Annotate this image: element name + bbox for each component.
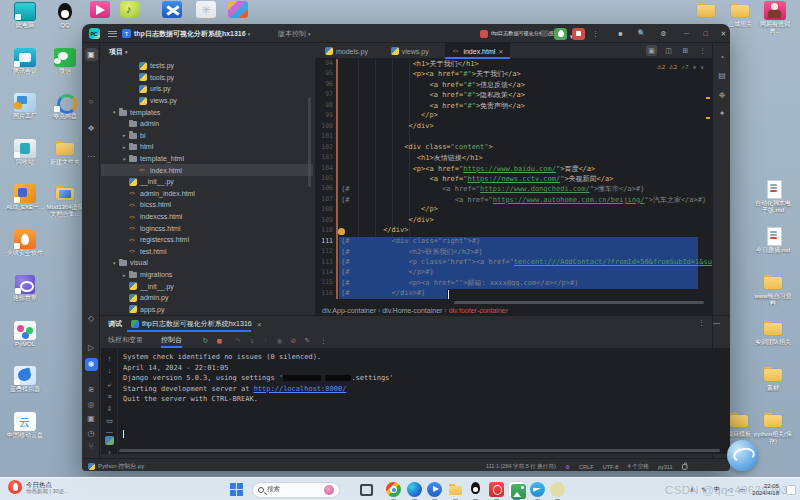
tree-row-admin[interactable]: admin <box>101 118 313 130</box>
user-icon[interactable]: ☻ <box>615 28 626 39</box>
inspection-widget[interactable]: ⚠2⚠2✓7∧∨ <box>657 64 704 70</box>
layout-grid-icon[interactable]: ⊞ <box>680 45 691 56</box>
git-icon[interactable]: ⑂ <box>85 440 98 453</box>
plugins-icon[interactable]: ✦ <box>716 107 729 120</box>
close-button[interactable]: ✕ <box>718 28 729 39</box>
breadcrumb-item[interactable]: div.Home-container <box>382 307 442 314</box>
floating-assistant-ball[interactable] <box>727 440 758 471</box>
desktop-icon-蓝叠模拟器[interactable]: 蓝叠模拟器 <box>6 366 44 393</box>
desktop-icon-python相关(保存)[interactable]: python相关(保存) <box>753 411 793 444</box>
desktop-icon-实训团队相关[interactable]: 实训团队相关 <box>753 319 793 346</box>
ai-assistant-icon[interactable]: ❉ <box>716 89 729 102</box>
step-over-icon[interactable]: ↷ <box>233 336 242 345</box>
interpreter[interactable]: py311 <box>658 463 673 469</box>
colorpic-icon[interactable]: ▦ <box>105 436 114 445</box>
desktop-icon-中国移动云盘[interactable]: 中国移动云盘 <box>6 412 44 439</box>
bookmarks-icon[interactable]: ◇ <box>85 312 98 325</box>
stop-icon[interactable]: ◼ <box>215 336 224 345</box>
tree-row-tools.py[interactable]: tools.py <box>101 72 313 84</box>
next-icon[interactable]: ∨ <box>700 64 704 70</box>
desktop-icon-AU3_EXE一...[interactable]: AU3_EXE一... <box>6 184 44 211</box>
structure-icon[interactable]: ❖ <box>85 122 98 135</box>
breadcrumb-item[interactable]: div.footer-container <box>449 307 508 314</box>
tree-row-index.html[interactable]: <>index.html <box>101 164 313 176</box>
editor-more-icon[interactable]: ⋮ <box>697 45 708 56</box>
view-breakpoints-icon[interactable]: ◉ <box>275 336 284 345</box>
lock-icon[interactable] <box>682 463 688 469</box>
project-folder-icon[interactable]: ▣ <box>85 48 98 61</box>
desktop-icon-回收站[interactable]: 回收站 <box>6 139 44 166</box>
desktop-icon-迷你世界[interactable]: 迷你世界 <box>6 275 44 302</box>
pycharm-logo[interactable] <box>89 28 100 39</box>
search-box[interactable]: 搜索 <box>252 482 340 498</box>
main-menu-button[interactable] <box>107 24 117 43</box>
scroll-end-icon[interactable]: ≡ <box>104 392 115 402</box>
vcs-selector[interactable]: 版本控制▾ <box>278 24 311 43</box>
desktop-icon-www晚自习资料[interactable]: www晚自习资料 <box>753 273 793 306</box>
editor-hscrollbar[interactable] <box>454 301 704 304</box>
desktop-icon-新建文件夹[interactable]: 新建文件夹 <box>46 139 84 166</box>
desktop-icon-top[interactable] <box>160 1 184 18</box>
tree-row-urls.py[interactable]: urls.py <box>101 83 313 95</box>
desktop-icon-此电脑[interactable]: 此电脑 <box>6 2 44 29</box>
more-actions-icon[interactable]: ⋮ <box>590 28 601 39</box>
profiler-icon[interactable]: ◷ <box>85 427 98 440</box>
scroll-up-icon[interactable]: ↑ <box>104 354 115 364</box>
tab-models.py[interactable]: models.py <box>318 43 375 59</box>
notifications-bell-icon[interactable]: ◔ <box>716 51 729 64</box>
taskbar-app-pycharm-green[interactable] <box>509 482 524 497</box>
taskbar-app-qq[interactable] <box>468 482 483 497</box>
debug-icon-active[interactable]: ❋ <box>85 358 98 371</box>
caret-position[interactable]: 111:1 (284 字符,5 行 换行符) <box>486 462 556 470</box>
desktop-icon-今日题摘.md[interactable]: 今日题摘.md <box>753 227 793 254</box>
news-widget[interactable]: 今日热点动画新闻 | 30还... <box>8 480 69 494</box>
scroll-down-icon[interactable]: ↓ <box>104 366 115 376</box>
task-view-button[interactable] <box>360 484 373 496</box>
indent-style[interactable]: 4 个空格 <box>628 462 649 470</box>
console-more-icon[interactable]: ⋮ <box>319 336 328 345</box>
desktop-icon-夸克网盘[interactable]: 夸克网盘 <box>46 93 84 120</box>
desktop-icon-腾讯会议[interactable]: 腾讯会议 <box>6 48 44 75</box>
tab-close-icon[interactable]: ✕ <box>257 321 262 328</box>
desktop-icon-PyMOL[interactable]: PyMOL <box>6 321 44 348</box>
settings-gear-icon[interactable]: ⚙ <box>565 463 570 469</box>
terminal-icon[interactable]: ▣ <box>85 412 98 425</box>
tree-row-views.py[interactable]: views.py <box>101 95 313 107</box>
desktop-icon-火绒安全软件[interactable]: 火绒安全软件 <box>6 230 44 257</box>
taskbar-app-media-player[interactable] <box>427 482 442 497</box>
taskbar-app-yellow-app[interactable] <box>550 482 565 497</box>
desktop-icon-网易有道词典...[interactable]: 网易有道词典... <box>755 1 795 34</box>
desktop-icon-top[interactable] <box>226 1 250 18</box>
tree-row-bi[interactable]: ▸bi <box>101 130 313 142</box>
maximize-button[interactable]: □ <box>700 28 711 39</box>
layout-single-icon[interactable]: ▣ <box>646 45 657 56</box>
tab-views.py[interactable]: views.py <box>384 43 436 59</box>
commit-icon[interactable]: ○ <box>85 95 98 108</box>
desktop-icon-Mod1364遗留 文档合集...[interactable]: Mod1364遗留 文档合集... <box>46 184 84 217</box>
step-out-icon[interactable]: ↑ <box>261 336 270 345</box>
tab-index.html[interactable]: <>index.html✕ <box>445 43 510 59</box>
tab-threads[interactable]: 线程和变量 <box>108 332 143 348</box>
tree-row-templates[interactable]: ▾templates <box>101 106 313 118</box>
taskbar-app-netease-music[interactable] <box>489 482 504 497</box>
pin-icon[interactable]: ✎ <box>303 336 312 345</box>
breadcrumb-item[interactable]: div.App-container <box>322 307 376 314</box>
tree-row-apps.py[interactable]: apps.py <box>101 304 313 315</box>
clear-icon[interactable]: ▭ <box>104 416 115 426</box>
desktop-icon-微信[interactable]: 微信 <box>46 48 84 75</box>
print-icon[interactable]: ⇩ <box>104 404 115 414</box>
file-encoding[interactable]: UTF-8 <box>603 463 619 469</box>
tree-row-visual[interactable]: ▾visual <box>101 257 313 269</box>
minimize-button[interactable]: — <box>681 28 692 39</box>
console-hscrollbar[interactable] <box>119 449 720 452</box>
project-scrollbar[interactable] <box>308 97 311 187</box>
tree-row-template_html[interactable]: ▾template_html <box>101 153 313 165</box>
desktop-icon-图片工厂[interactable]: 图片工厂 <box>6 93 44 120</box>
services-icon[interactable]: ≋ <box>85 383 98 396</box>
desktop-icon-top[interactable] <box>194 1 218 18</box>
search-icon[interactable]: 🔍 <box>636 28 647 39</box>
database-icon[interactable]: ▤ <box>716 69 729 82</box>
start-button[interactable] <box>230 483 243 496</box>
settings-gear-icon[interactable]: ⚙ <box>658 28 669 39</box>
tree-row-html[interactable]: ▸html <box>101 141 313 153</box>
